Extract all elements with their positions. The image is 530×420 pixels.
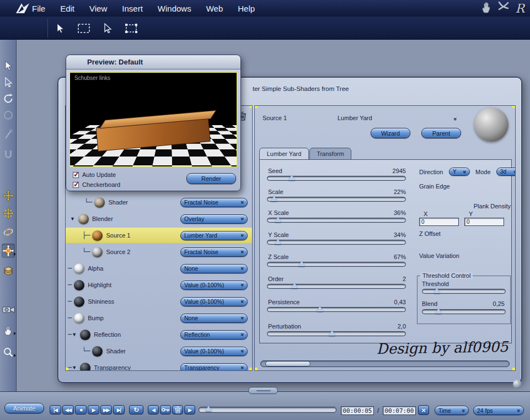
prev-key-button[interactable]: ◀ xyxy=(148,405,159,414)
tree-row-selected[interactable]: ├─ Source 1 Lumber Yard» xyxy=(66,228,252,243)
go-end-button[interactable]: ▶| xyxy=(113,405,125,414)
tree-row[interactable]: ─ ▼ Transparency Transparency» xyxy=(66,360,252,371)
x-scale-slider[interactable] xyxy=(267,218,406,223)
tab-lumber-yard[interactable]: Lumber Yard xyxy=(259,148,309,160)
move-tool[interactable] xyxy=(2,189,15,203)
tree-row[interactable]: ─ Shininess Value (0-100%)» xyxy=(66,294,252,309)
menu-windows[interactable]: Windows xyxy=(158,4,191,13)
mode-dropdown[interactable]: 3d» xyxy=(496,168,516,176)
shader-type-dropdown[interactable]: Lumber Yard» xyxy=(180,231,248,240)
z-scale-slider[interactable] xyxy=(267,262,406,267)
window-header-text: ter Simple Sub-Shaders from Tree xyxy=(253,85,349,92)
shader-type-dropdown[interactable]: Transparency» xyxy=(180,363,248,371)
render-button[interactable]: Render xyxy=(186,173,236,184)
shader-type-dropdown[interactable]: Value (0-100%)» xyxy=(180,281,248,290)
menu-file[interactable]: File xyxy=(32,4,45,13)
animate-button[interactable]: Animate xyxy=(4,403,44,413)
shader-type-dropdown[interactable]: Fractal Noise» xyxy=(180,198,248,207)
checkbox-box[interactable]: ✓ xyxy=(73,172,79,178)
parent-button[interactable]: Parent xyxy=(421,128,461,138)
select-cursor-icon[interactable] xyxy=(53,21,67,35)
shader-type-dropdown[interactable]: Value (0-100%)» xyxy=(180,297,248,306)
marquee-handles-icon[interactable] xyxy=(124,21,138,35)
tree-row[interactable]: ─ Bump None» xyxy=(66,310,252,326)
expander-icon[interactable]: ▼ xyxy=(72,365,77,370)
zoom-tool[interactable] xyxy=(2,345,15,359)
timeline-collapse-handle[interactable] xyxy=(248,387,278,394)
shader-type-dropdown[interactable]: None» xyxy=(180,314,248,323)
magnet-tool[interactable] xyxy=(2,148,15,162)
tree-row[interactable]: └─ Source 2 Fractal Noise» xyxy=(66,244,252,260)
order-slider[interactable] xyxy=(267,284,406,289)
lasso-cursor-icon[interactable] xyxy=(100,21,115,35)
marquee-icon[interactable] xyxy=(77,21,91,35)
tree-row[interactable]: ─ ▼ Reflection Reflection» xyxy=(66,327,252,342)
camera-icon[interactable] xyxy=(2,302,15,316)
shader-type-dropdown[interactable]: None» xyxy=(180,264,248,273)
delete-key-button[interactable] xyxy=(172,405,183,414)
plank-density-x-input[interactable] xyxy=(419,218,459,226)
fast-forward-button[interactable]: ▶▶ xyxy=(100,405,112,414)
checkbox-box[interactable]: ✓ xyxy=(73,182,79,188)
tree-row[interactable]: ─ Highlight Value (0-100%)» xyxy=(66,277,252,293)
stop-button[interactable]: ■ xyxy=(75,405,87,414)
tab-transform[interactable]: Transform xyxy=(309,148,351,160)
seed-slider[interactable] xyxy=(267,176,406,181)
expander-icon[interactable]: ▼ xyxy=(72,332,77,337)
preview-titlebar[interactable]: Preview: Default xyxy=(66,55,240,69)
key-icon-button[interactable] xyxy=(160,405,171,414)
wizard-button[interactable]: Wizard xyxy=(371,128,410,138)
checkerboard-checkbox[interactable]: ✓ Checkerboard xyxy=(73,181,120,189)
param-persistence: Persistence0,43 xyxy=(267,299,406,319)
chevron-down-icon[interactable]: » xyxy=(453,113,457,123)
perturbation-slider[interactable] xyxy=(267,331,406,336)
tree-row[interactable]: └─ Shader Value (0-100%)» xyxy=(66,343,252,359)
direction-dropdown[interactable]: Y» xyxy=(449,168,470,176)
window-resize-grip[interactable] xyxy=(513,380,522,389)
play-button[interactable]: ▶ xyxy=(88,405,99,414)
shader-type-dropdown[interactable]: Value (0-100%)» xyxy=(180,347,248,356)
rotate-view-tool[interactable] xyxy=(2,91,15,106)
rotate-3d-tool[interactable] xyxy=(2,225,15,239)
layers-tool[interactable] xyxy=(2,263,15,278)
threshold-slider[interactable] xyxy=(422,289,506,294)
plank-density-y-input[interactable] xyxy=(464,218,504,226)
total-time-field[interactable]: 00:07:00 xyxy=(383,406,416,415)
blend-slider[interactable] xyxy=(422,309,506,314)
hand-tool[interactable] xyxy=(2,323,15,337)
direct-select-tool[interactable] xyxy=(2,75,15,89)
menu-help[interactable]: Help xyxy=(238,4,255,13)
swap-time-icon-button[interactable]: × xyxy=(418,405,429,415)
shader-type-dropdown[interactable]: Overlay» xyxy=(180,214,248,224)
app-logo-icon[interactable] xyxy=(15,2,30,17)
sphere-tool[interactable] xyxy=(2,108,15,122)
menu-web[interactable]: Web xyxy=(206,4,223,13)
time-unit-dropdown[interactable]: Time» xyxy=(435,406,469,415)
scrollbar-thumb[interactable] xyxy=(265,361,310,367)
horizontal-scrollbar[interactable] xyxy=(260,360,510,367)
persistence-slider[interactable] xyxy=(267,307,406,312)
y-scale-slider[interactable] xyxy=(267,240,406,245)
rewind-button[interactable]: ◀◀ xyxy=(62,405,74,414)
shader-type-dropdown[interactable]: Fractal Noise» xyxy=(180,247,248,257)
menu-edit[interactable]: Edit xyxy=(60,4,74,13)
select-tool[interactable] xyxy=(2,58,15,73)
menu-insert[interactable]: Insert xyxy=(122,4,143,13)
fps-dropdown[interactable]: 24 fps» xyxy=(473,406,524,415)
next-key-button[interactable]: ▶ xyxy=(184,405,195,414)
scale-slider[interactable] xyxy=(267,197,406,202)
tree-row[interactable]: ─ Alpha None» xyxy=(66,261,252,276)
shader-type-dropdown[interactable]: Reflection» xyxy=(180,330,248,340)
tree-row[interactable]: └─ Shader Fractal Noise» xyxy=(66,195,252,210)
loop-button[interactable]: ↻ xyxy=(129,405,143,414)
menu-view[interactable]: View xyxy=(89,4,107,13)
go-start-button[interactable]: |◀ xyxy=(50,405,61,414)
current-time-field[interactable]: 00:00:05 xyxy=(341,406,374,415)
move-plane-tool[interactable] xyxy=(2,206,15,220)
spray-tool[interactable] xyxy=(2,127,15,141)
orbit-tool[interactable] xyxy=(2,244,15,258)
timeline-scrubber[interactable] xyxy=(199,407,336,413)
expander-icon[interactable]: ▼ xyxy=(70,216,75,222)
auto-update-checkbox[interactable]: ✓ Auto Update xyxy=(73,171,116,179)
tree-row[interactable]: ▼ Blender Overlay» xyxy=(66,211,252,227)
